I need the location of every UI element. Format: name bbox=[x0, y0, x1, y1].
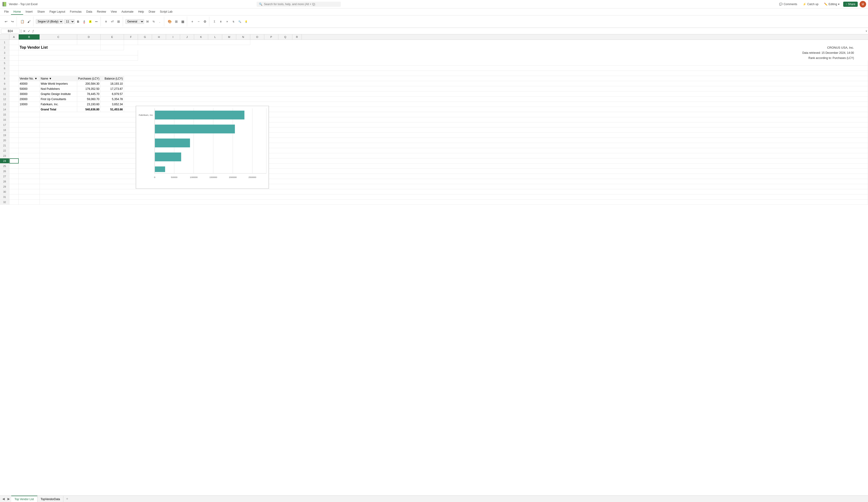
cell-A8[interactable] bbox=[9, 76, 19, 81]
tab-view[interactable]: View bbox=[108, 9, 119, 15]
comments-button[interactable]: 💬 Comments bbox=[777, 2, 799, 7]
wrap-text-button[interactable]: ⏎ bbox=[110, 19, 115, 24]
cell-A25[interactable] bbox=[9, 164, 19, 169]
cell-B24[interactable] bbox=[19, 158, 40, 164]
cell-B27[interactable] bbox=[19, 174, 40, 179]
cell-balance-9[interactable]: 18,193.10 bbox=[101, 81, 124, 86]
conditional-format-button[interactable]: 🎨 bbox=[166, 19, 173, 24]
col-header-I[interactable]: I bbox=[166, 34, 180, 40]
cell-B21[interactable] bbox=[19, 143, 40, 148]
header-name[interactable]: Name ▼ bbox=[40, 76, 77, 81]
ideas-button[interactable]: 💡 bbox=[243, 20, 249, 23]
cell-grand-total-balance[interactable]: 51,453.66 bbox=[101, 107, 124, 112]
cell-purchases-13[interactable]: 23,193.60 bbox=[77, 102, 101, 107]
cell-name-13[interactable]: Fabrikam, Inc. bbox=[40, 102, 77, 107]
header-purchases[interactable]: Purchases (LCY) bbox=[77, 76, 101, 81]
percent-button[interactable]: % bbox=[151, 20, 156, 23]
font-size-select[interactable]: 11 bbox=[64, 19, 75, 24]
copy-button[interactable]: 📋 bbox=[19, 19, 25, 24]
cell-rest-31[interactable] bbox=[40, 194, 868, 199]
tab-home[interactable]: Home bbox=[11, 9, 23, 15]
cell-E1[interactable] bbox=[101, 40, 124, 45]
cell-B28[interactable] bbox=[19, 179, 40, 184]
cell-grand-total-purchases[interactable]: 540,636.80 bbox=[77, 107, 101, 112]
align-button[interactable]: ≡ bbox=[103, 19, 109, 24]
currency-button[interactable]: $€ bbox=[145, 20, 151, 23]
cell-B23[interactable] bbox=[19, 153, 40, 158]
tab-script-lab[interactable]: Script Lab bbox=[157, 9, 175, 15]
tab-file[interactable]: File bbox=[2, 9, 11, 15]
cell-A11[interactable] bbox=[9, 91, 19, 96]
font-family-select[interactable]: Segoe UI (Body) bbox=[36, 19, 63, 24]
format-cells-button[interactable]: ⚙ bbox=[202, 19, 208, 24]
cell-A19[interactable] bbox=[9, 133, 19, 138]
cell-A15[interactable] bbox=[9, 112, 19, 117]
col-header-G[interactable]: G bbox=[138, 34, 152, 40]
cell-rest-6[interactable] bbox=[19, 66, 868, 71]
search-box[interactable]: 🔍 bbox=[257, 2, 341, 7]
cell-A6[interactable] bbox=[9, 66, 19, 71]
undo-button[interactable]: ↩ bbox=[3, 19, 9, 24]
sort-filter-button[interactable]: ⇅ bbox=[231, 20, 236, 23]
header-balance[interactable]: Balance (LCY) bbox=[101, 76, 124, 81]
cell-purchases-9[interactable]: 200,584.30 bbox=[77, 81, 101, 86]
cell-B30[interactable] bbox=[19, 189, 40, 194]
col-header-E[interactable]: E bbox=[101, 34, 124, 40]
bold-button[interactable]: B bbox=[75, 19, 81, 24]
find-button[interactable]: 🔍 bbox=[237, 20, 242, 23]
header-vendor-no[interactable]: Vendor No. ▼ bbox=[19, 76, 40, 81]
cell-A14[interactable] bbox=[9, 107, 19, 112]
cell-B26[interactable] bbox=[19, 169, 40, 174]
cell-B32[interactable] bbox=[19, 199, 40, 205]
sheet-tab-top-vendor-list[interactable]: Top Vendor List bbox=[11, 496, 38, 499]
cell-balance-11[interactable]: 6,979.57 bbox=[101, 91, 124, 96]
search-input[interactable] bbox=[264, 2, 339, 6]
format-painter-button[interactable]: 🖌 bbox=[26, 19, 32, 24]
comma-button[interactable]: , bbox=[157, 20, 163, 23]
font-color-button[interactable]: A bbox=[81, 20, 87, 24]
expand-formula-icon[interactable]: ▾ bbox=[866, 30, 867, 33]
cell-A26[interactable] bbox=[9, 169, 19, 174]
cell-purchases-10[interactable]: 179,352.50 bbox=[77, 86, 101, 91]
cell-name-12[interactable]: First Up Consultants bbox=[40, 96, 77, 102]
col-header-H[interactable]: H bbox=[152, 34, 166, 40]
col-header-B[interactable]: B bbox=[19, 34, 40, 40]
cell-A20[interactable] bbox=[9, 138, 19, 143]
insert-cells-button[interactable]: + bbox=[189, 19, 195, 24]
cell-rest-30[interactable] bbox=[40, 189, 868, 194]
cell-A12[interactable] bbox=[9, 96, 19, 102]
cell-A9[interactable] bbox=[9, 81, 19, 86]
cell-A7[interactable] bbox=[9, 71, 19, 76]
cell-rest-7[interactable] bbox=[19, 71, 868, 76]
cell-rest-10[interactable] bbox=[124, 86, 868, 91]
cell-B19[interactable] bbox=[19, 133, 40, 138]
col-header-J[interactable]: J bbox=[180, 34, 194, 40]
editing-button[interactable]: ✏️ Editing ▾ bbox=[822, 2, 841, 7]
cell-rest-9[interactable] bbox=[124, 81, 868, 86]
cell-B20[interactable] bbox=[19, 138, 40, 143]
tab-nav-right[interactable]: ▶ bbox=[6, 496, 11, 499]
cell-B17[interactable] bbox=[19, 122, 40, 127]
insert-function-icon[interactable]: ƒ bbox=[32, 29, 34, 33]
cell-A21[interactable] bbox=[9, 143, 19, 148]
fill-button[interactable]: ⬇ bbox=[218, 20, 224, 23]
col-header-R[interactable]: R bbox=[292, 34, 302, 40]
col-header-Q[interactable]: Q bbox=[278, 34, 292, 40]
cell-A10[interactable] bbox=[9, 86, 19, 91]
cell-D1[interactable] bbox=[77, 40, 101, 45]
tab-page-layout[interactable]: Page Layout bbox=[47, 9, 68, 15]
cell-A27[interactable] bbox=[9, 174, 19, 179]
cell-A23[interactable] bbox=[9, 153, 19, 158]
sum-button[interactable]: Σ bbox=[212, 20, 217, 23]
cell-A24[interactable] bbox=[9, 158, 19, 164]
cell-B1[interactable] bbox=[19, 40, 40, 45]
cell-F8[interactable] bbox=[124, 76, 868, 81]
tab-draw[interactable]: Draw bbox=[146, 9, 157, 15]
cell-A30[interactable] bbox=[9, 189, 19, 194]
delete-cells-button[interactable]: − bbox=[196, 19, 202, 24]
tab-review[interactable]: Review bbox=[94, 9, 108, 15]
cell-purchases-11[interactable]: 78,445.70 bbox=[77, 91, 101, 96]
more-font-button[interactable]: ••• bbox=[94, 20, 99, 23]
cell-B22[interactable] bbox=[19, 148, 40, 153]
cell-balance-13[interactable]: 3,652.34 bbox=[101, 102, 124, 107]
